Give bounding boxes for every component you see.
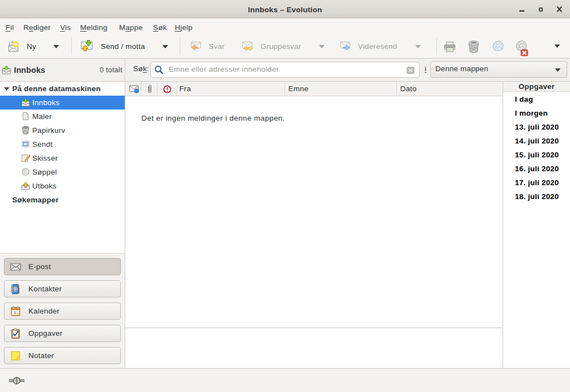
svg-text:3: 3	[13, 310, 16, 315]
svg-text:@: @	[13, 286, 18, 292]
